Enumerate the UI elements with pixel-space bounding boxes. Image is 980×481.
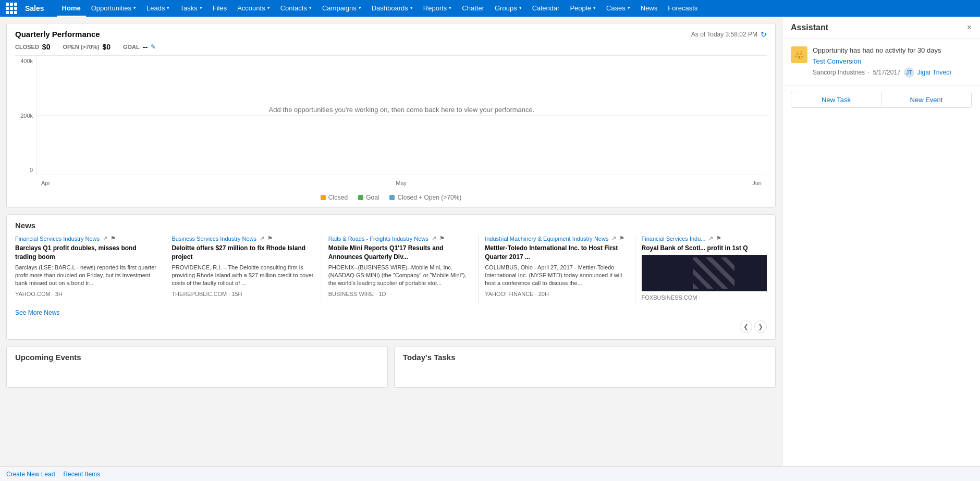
news-footer-0: YAHOO.COM · 3h — [15, 291, 158, 297]
new-task-button[interactable]: New Task — [791, 92, 881, 108]
news-item-2: Rails & Roads - Freights Industry News ↗… — [328, 235, 479, 305]
news-card: News Financial Services Industry News ↗ … — [6, 214, 776, 340]
news-source-1: Business Services Industry News — [172, 236, 256, 242]
news-flag-icon-0[interactable]: ⚑ — [111, 235, 116, 242]
nav-item-chatter[interactable]: Chatter — [457, 0, 489, 17]
assistant-date: 5/17/2017 — [873, 69, 900, 76]
news-external-icon-2[interactable]: ↗ — [432, 235, 436, 242]
goal-edit-icon[interactable]: ✎ — [151, 43, 156, 51]
nav-chevron-cases: ▾ — [628, 5, 630, 10]
stat-closed: CLOSED $0 — [15, 43, 50, 51]
nav-chevron-opportunities: ▾ — [133, 5, 136, 10]
chart-y-labels: 400k 200k 0 — [15, 56, 36, 175]
nav-item-forecasts[interactable]: Forecasts — [663, 0, 703, 17]
nav-item-home[interactable]: Home — [57, 0, 86, 17]
news-item-1: Business Services Industry News ↗ ⚑ Delo… — [172, 235, 322, 305]
see-more-news-link[interactable]: See More News — [15, 309, 59, 316]
refresh-icon[interactable]: ↻ — [761, 30, 767, 39]
news-flag-icon-2[interactable]: ⚑ — [439, 235, 445, 242]
nav-chevron-dashboards: ▾ — [410, 5, 413, 10]
news-body-3: COLUMBUS, Ohio - April 27, 2017 - Mettle… — [485, 264, 628, 288]
legend-open: Closed + Open (>70%) — [389, 194, 461, 201]
assistant-opportunity-link[interactable]: Test Conversion — [813, 57, 972, 65]
nav-chevron-leads: ▾ — [167, 5, 169, 10]
news-external-icon-4[interactable]: ↗ — [708, 235, 713, 242]
news-flag-icon-1[interactable]: ⚑ — [267, 235, 273, 242]
news-headline-0: Barclays Q1 profit doubles, misses bond … — [15, 244, 158, 262]
assistant-title: Assistant — [791, 23, 828, 32]
legend-goal-dot — [358, 195, 363, 200]
app-name[interactable]: Sales — [21, 4, 48, 13]
chart-placeholder: Add the opportunities you're working on,… — [269, 105, 535, 113]
main-wrapper: Quarterly Performance As of Today 3:58:0… — [0, 17, 980, 466]
quarterly-timestamp: As of Today 3:58:02 PM ↻ — [691, 30, 767, 39]
nav-chevron-tasks: ▾ — [200, 5, 202, 10]
news-footer-3: YAHOO! FINANCE · 20h — [485, 291, 628, 297]
closed-label: CLOSED — [15, 44, 39, 50]
news-flag-icon-4[interactable]: ⚑ — [716, 235, 721, 242]
nav-item-dashboards[interactable]: Dashboards ▾ — [366, 0, 418, 17]
news-footer-2: BUSINESS WIRE · 1d — [328, 291, 472, 297]
nav-chevron-contacts: ▾ — [309, 5, 312, 10]
news-item-4: Financial Services Indu... ↗ ⚑ Royal Ban… — [642, 235, 767, 305]
legend-goal: Goal — [358, 194, 379, 201]
x-label-jun: Jun — [752, 180, 762, 186]
assistant-notif-body: Opportunity has had no activity for 30 d… — [813, 46, 972, 78]
assistant-user[interactable]: Jigar Trivedi — [917, 69, 951, 76]
assistant-panel: Assistant × 👑 Opportunity has had no act… — [782, 17, 980, 466]
nav-items: HomeOpportunities ▾Leads ▾Tasks ▾FilesAc… — [57, 0, 976, 17]
news-headline-1: Deloitte offers $27 million to fix Rhode… — [172, 244, 315, 262]
chart-container: 400k 200k 0 Add the opportunities you're… — [15, 55, 767, 191]
nav-item-opportunities[interactable]: Opportunities ▾ — [86, 0, 141, 17]
nav-item-leads[interactable]: Leads ▾ — [141, 0, 175, 17]
goal-value: -- — [143, 43, 148, 51]
assistant-actions: New Task New Event — [791, 92, 972, 108]
grid-line-mid — [36, 115, 767, 116]
assistant-notification: 👑 Opportunity has had no activity for 30… — [782, 39, 980, 85]
nav-item-tasks[interactable]: Tasks ▾ — [175, 0, 207, 17]
nav-chevron-groups: ▾ — [519, 5, 522, 10]
news-source-row-3: Industrial Machinery & Equipment Industr… — [485, 235, 628, 242]
todays-tasks-card: Today's Tasks — [394, 346, 776, 388]
news-headline-3: Mettler-Toledo International Inc. to Hos… — [485, 244, 628, 262]
nav-item-reports[interactable]: Reports ▾ — [418, 0, 457, 17]
news-external-icon-1[interactable]: ↗ — [260, 235, 264, 242]
news-footer-1: THEREPUBLIC.COM · 15h — [172, 291, 315, 297]
news-item-3: Industrial Machinery & Equipment Industr… — [485, 235, 635, 305]
news-source-row-0: Financial Services Industry News ↗ ⚑ — [15, 235, 158, 242]
assistant-close-button[interactable]: × — [967, 23, 972, 32]
news-source-2: Rails & Roads - Freights Industry News — [328, 236, 428, 242]
grid-line-top — [36, 56, 767, 56]
legend-closed-label: Closed — [328, 194, 348, 201]
news-external-icon-3[interactable]: ↗ — [611, 235, 616, 242]
news-next-button[interactable]: ❯ — [754, 320, 767, 333]
nav-item-groups[interactable]: Groups ▾ — [489, 0, 527, 17]
nav-item-news[interactable]: News — [635, 0, 663, 17]
app-launcher-icon[interactable] — [4, 1, 19, 16]
quarterly-stats: CLOSED $0 OPEN (>70%) $0 GOAL -- ✎ — [15, 43, 767, 51]
nav-item-campaigns[interactable]: Campaigns ▾ — [317, 0, 366, 17]
news-prev-button[interactable]: ❮ — [740, 320, 752, 333]
y-label-200k: 200k — [15, 113, 36, 119]
quarterly-title: Quarterly Performance — [15, 30, 100, 39]
open-label: OPEN (>70%) — [63, 44, 99, 50]
nav-item-files[interactable]: Files — [207, 0, 232, 17]
news-external-icon-0[interactable]: ↗ — [103, 235, 107, 242]
nav-chevron-people: ▾ — [593, 5, 596, 10]
news-image-stripes — [693, 257, 734, 289]
top-nav: Sales HomeOpportunities ▾Leads ▾Tasks ▾F… — [0, 0, 980, 17]
nav-item-accounts[interactable]: Accounts ▾ — [232, 0, 275, 17]
legend-goal-label: Goal — [366, 194, 379, 201]
nav-item-cases[interactable]: Cases ▾ — [601, 0, 635, 17]
y-label-400k: 400k — [15, 58, 36, 64]
nav-item-calendar[interactable]: Calendar — [527, 0, 565, 17]
x-label-may: May — [396, 180, 407, 186]
legend-open-label: Closed + Open (>70%) — [397, 194, 461, 201]
nav-item-people[interactable]: People ▾ — [565, 0, 601, 17]
news-item-0: Financial Services Industry News ↗ ⚑ Bar… — [15, 235, 165, 305]
news-flag-icon-3[interactable]: ⚑ — [619, 235, 624, 242]
todays-tasks-title: Today's Tasks — [403, 353, 767, 362]
nav-item-contacts[interactable]: Contacts ▾ — [275, 0, 317, 17]
new-event-button[interactable]: New Event — [881, 92, 972, 108]
news-source-3: Industrial Machinery & Equipment Industr… — [485, 236, 608, 242]
